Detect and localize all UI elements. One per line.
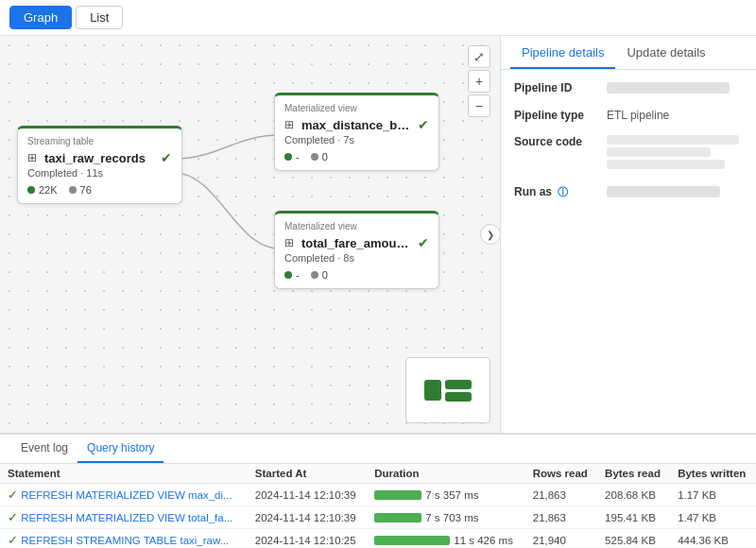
cell-status-1: ✓ REFRESH MATERIALIZED VIEW total_fa... (0, 506, 248, 529)
zoom-plus-btn[interactable]: + (468, 70, 490, 93)
bottom-tab-query-history[interactable]: Query history (77, 435, 163, 463)
status-icon-2: ✓ (8, 533, 18, 547)
dot-green-1 (27, 186, 35, 194)
panel-tab-pipeline[interactable]: Pipeline details (510, 36, 615, 69)
node-type-label-1: Streaming table (27, 136, 172, 146)
panel-tab-update[interactable]: Update details (615, 36, 716, 69)
panel-value-run-as (607, 185, 743, 199)
panel-row-pipeline-id: Pipeline ID (514, 81, 743, 95)
list-tab-btn[interactable]: List (76, 6, 123, 29)
node-mat-view-2[interactable]: Materialized view ⊞ total_fare_amount...… (274, 211, 439, 289)
node-mat-view-1[interactable]: Materialized view ⊞ max_distance_by_... … (274, 93, 439, 171)
dot-gray-2 (311, 153, 318, 161)
zoom-controls: ⤢ + − (468, 45, 490, 117)
node-type-label-2: Materialized view (284, 103, 429, 113)
right-panel: Pipeline details Update details Pipeline… (501, 36, 756, 433)
col-header-rows: Rows read (525, 464, 597, 484)
node-type-label-3: Materialized view (284, 221, 429, 231)
run-as-info-icon: ⓘ (558, 186, 568, 197)
bottom-tabs: Event log Query history (0, 435, 756, 464)
table-row[interactable]: ✓ REFRESH STREAMING TABLE taxi_raw... 20… (0, 529, 756, 549)
top-bar: Graph List (0, 0, 756, 36)
stmt-link-0[interactable]: REFRESH MATERIALIZED VIEW max_di... (21, 489, 232, 501)
dot-gray-1 (69, 186, 77, 194)
node-metrics-1: 22K 76 (27, 184, 172, 196)
panel-row-source-code: Source code (514, 135, 743, 172)
duration-bar-0 (374, 490, 421, 500)
node-status-1: Completed · 11s (27, 167, 172, 179)
col-header-bytes-written: Bytes written (670, 464, 756, 484)
cell-started-0: 2024-11-14 12:10:39 (248, 484, 367, 506)
cell-rows-2: 21,940 (525, 529, 597, 549)
bottom-table-wrap: Statement Started At Duration Rows read … (0, 464, 756, 548)
cell-bytes-read-0: 208.68 KB (597, 484, 670, 506)
node-check-3: ✔ (418, 235, 429, 250)
stmt-link-2[interactable]: REFRESH STREAMING TABLE taxi_raw... (21, 535, 229, 546)
collapse-panel-btn[interactable]: ❯ (480, 224, 501, 245)
cell-bytes-read-1: 195.41 KB (597, 506, 670, 529)
col-header-duration: Duration (367, 464, 524, 484)
cell-started-2: 2024-11-14 12:10:25 (248, 529, 367, 549)
panel-row-pipeline-type: Pipeline type ETL pipeline (514, 109, 743, 122)
panel-body: Pipeline ID Pipeline type ETL pipeline S… (501, 70, 756, 224)
table-row[interactable]: ✓ REFRESH MATERIALIZED VIEW total_fa... … (0, 506, 756, 529)
table-row[interactable]: ✓ REFRESH MATERIALIZED VIEW max_di... 20… (0, 484, 756, 506)
cell-started-1: 2024-11-14 12:10:39 (248, 506, 367, 529)
cell-bytes-written-0: 1.17 KB (670, 484, 756, 506)
panel-value-pipeline-id (607, 81, 743, 95)
col-header-statement: Statement (0, 464, 248, 484)
panel-label-pipeline-type: Pipeline type (514, 109, 599, 122)
panel-row-run-as: Run as ⓘ (514, 185, 743, 199)
col-header-bytes-read: Bytes read (597, 464, 670, 484)
col-header-started: Started At (248, 464, 367, 484)
cell-rows-1: 21,863 (525, 506, 597, 529)
graph-tab-btn[interactable]: Graph (9, 6, 72, 29)
node-name-1: taxi_raw_records (44, 151, 157, 165)
node-streaming-table[interactable]: Streaming table ⊞ taxi_raw_records ✔ Com… (17, 126, 182, 204)
node-name-2: max_distance_by_... (301, 118, 414, 132)
stmt-link-1[interactable]: REFRESH MATERIALIZED VIEW total_fa... (21, 512, 232, 523)
cell-status-2: ✓ REFRESH STREAMING TABLE taxi_raw... (0, 529, 248, 549)
zoom-minus-btn[interactable]: − (468, 94, 490, 117)
main-layout: Streaming table ⊞ taxi_raw_records ✔ Com… (0, 36, 756, 433)
cell-rows-0: 21,863 (525, 484, 597, 506)
cell-duration-2: 11 s 426 ms (367, 529, 524, 549)
zoom-expand-btn[interactable]: ⤢ (468, 45, 490, 68)
bottom-section: Event log Query history Statement Starte… (0, 433, 756, 548)
panel-label-pipeline-id: Pipeline ID (514, 81, 599, 95)
cell-bytes-written-1: 1.47 KB (670, 506, 756, 529)
query-history-table: Statement Started At Duration Rows read … (0, 464, 756, 548)
bottom-tab-event-log[interactable]: Event log (11, 435, 77, 463)
cell-duration-0: 7 s 357 ms (367, 484, 524, 506)
dot-gray-3 (311, 271, 318, 279)
mini-map (405, 357, 490, 423)
cell-duration-1: 7 s 703 ms (367, 506, 524, 529)
node-status-3: Completed · 8s (284, 252, 429, 264)
duration-bar-2 (374, 536, 450, 545)
dot-green-3 (284, 271, 292, 279)
node-icon-2: ⊞ (284, 118, 298, 131)
node-icon-1: ⊞ (27, 151, 41, 164)
cell-bytes-written-2: 444.36 KB (670, 529, 756, 549)
status-icon-1: ✓ (8, 510, 18, 524)
node-metrics-3: - 0 (284, 269, 429, 281)
duration-bar-1 (374, 513, 421, 522)
panel-label-source-code: Source code (514, 135, 599, 172)
node-check-2: ✔ (418, 117, 429, 132)
panel-value-source-code (607, 135, 743, 172)
cell-bytes-read-2: 525.84 KB (597, 529, 670, 549)
cell-status-0: ✓ REFRESH MATERIALIZED VIEW max_di... (0, 484, 248, 506)
graph-area[interactable]: Streaming table ⊞ taxi_raw_records ✔ Com… (0, 36, 501, 433)
node-check-1: ✔ (161, 150, 172, 165)
node-name-3: total_fare_amount... (301, 236, 414, 250)
dot-green-2 (284, 153, 292, 161)
node-metrics-2: - 0 (284, 151, 429, 163)
panel-value-pipeline-type: ETL pipeline (607, 109, 743, 122)
panel-tabs: Pipeline details Update details (501, 36, 756, 70)
node-status-2: Completed · 7s (284, 134, 429, 146)
panel-label-run-as: Run as ⓘ (514, 185, 599, 199)
status-icon-0: ✓ (8, 488, 18, 502)
node-icon-3: ⊞ (284, 236, 298, 249)
